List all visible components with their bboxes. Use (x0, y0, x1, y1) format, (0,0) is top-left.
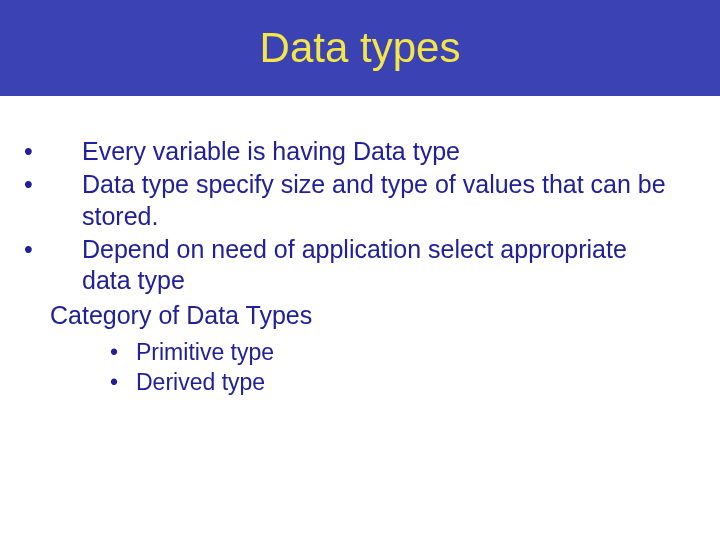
main-bullet-list: Every variable is having Data type Data … (50, 136, 670, 296)
slide: Data types Every variable is having Data… (0, 0, 720, 540)
list-item: Derived type (110, 368, 670, 397)
sub-bullet-list: Primitive type Derived type (50, 338, 670, 398)
category-heading: Category of Data Types (50, 300, 670, 331)
slide-title: Data types (260, 24, 461, 72)
title-bar: Data types (0, 0, 720, 96)
list-item: Every variable is having Data type (80, 136, 670, 167)
slide-content: Every variable is having Data type Data … (0, 96, 720, 397)
list-item: Data type specify size and type of value… (80, 169, 670, 232)
list-item: Primitive type (110, 338, 670, 367)
list-item: Depend on need of application select app… (80, 234, 670, 297)
